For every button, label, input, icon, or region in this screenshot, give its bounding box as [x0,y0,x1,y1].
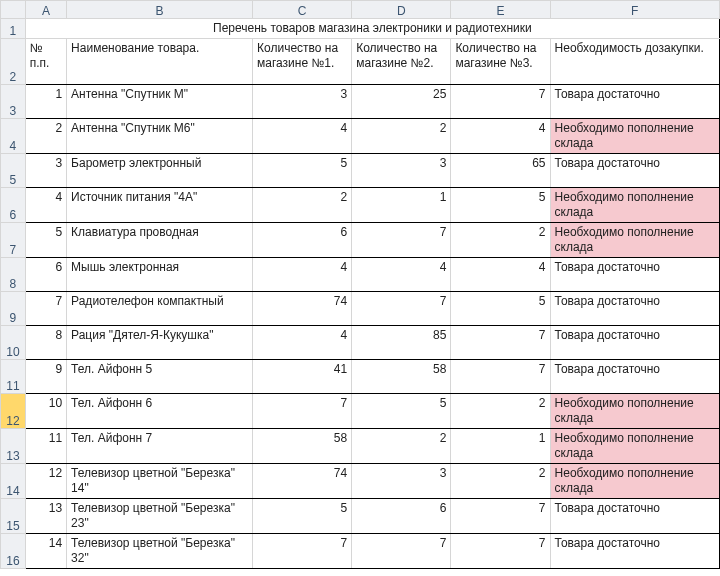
cell-q2[interactable]: 5 [352,394,451,429]
cell-q3[interactable]: 7 [451,85,550,119]
cell-name[interactable]: Антенна "Спутник М" [67,85,253,119]
cell-status[interactable]: Необходимо пополнение склада [550,394,719,429]
cell-n[interactable]: 13 [25,499,66,534]
cell-q3[interactable]: 7 [451,499,550,534]
cell-n[interactable]: 12 [25,464,66,499]
cell-q3[interactable]: 4 [451,258,550,292]
row-header-12[interactable]: 12 [1,394,26,429]
cell-name[interactable]: Источник питания "4А" [67,188,253,223]
row-header-4[interactable]: 4 [1,119,26,154]
cell-status[interactable]: Товара достаточно [550,326,719,360]
row-header-13[interactable]: 13 [1,429,26,464]
spreadsheet-grid[interactable]: ABCDEF1Перечень товаров магазина электро… [0,0,720,569]
cell-n[interactable]: 7 [25,292,66,326]
cell-name[interactable]: Клавиатура проводная [67,223,253,258]
row-header-1[interactable]: 1 [1,19,26,39]
cell-name[interactable]: Антенна "Спутник М6" [67,119,253,154]
cell-q2[interactable]: 4 [352,258,451,292]
cell-q1[interactable]: 7 [253,534,352,569]
cell-q2[interactable]: 7 [352,534,451,569]
cell-q2[interactable]: 2 [352,119,451,154]
cell-q3[interactable]: 7 [451,326,550,360]
cell-q3[interactable]: 4 [451,119,550,154]
row-header-5[interactable]: 5 [1,154,26,188]
header-cell-B[interactable]: Наименование товара. [67,39,253,85]
cell-name[interactable]: Тел. Айфонн 7 [67,429,253,464]
header-cell-D[interactable]: Количество на магазине №2. [352,39,451,85]
cell-q2[interactable]: 3 [352,464,451,499]
column-header-D[interactable]: D [352,1,451,19]
cell-q1[interactable]: 3 [253,85,352,119]
cell-status[interactable]: Необходимо пополнение склада [550,188,719,223]
cell-q2[interactable]: 7 [352,223,451,258]
cell-q1[interactable]: 2 [253,188,352,223]
cell-q1[interactable]: 41 [253,360,352,394]
header-cell-E[interactable]: Количество на магазине №3. [451,39,550,85]
cell-status[interactable]: Необходимо пополнение склада [550,429,719,464]
row-header-10[interactable]: 10 [1,326,26,360]
column-header-B[interactable]: B [67,1,253,19]
cell-name[interactable]: Телевизор цветной "Березка" 23" [67,499,253,534]
row-header-3[interactable]: 3 [1,85,26,119]
column-header-F[interactable]: F [550,1,719,19]
cell-q3[interactable]: 7 [451,360,550,394]
row-header-9[interactable]: 9 [1,292,26,326]
cell-q1[interactable]: 6 [253,223,352,258]
cell-q3[interactable]: 5 [451,188,550,223]
cell-status[interactable]: Необходимо пополнение склада [550,223,719,258]
column-header-A[interactable]: A [25,1,66,19]
cell-q3[interactable]: 2 [451,223,550,258]
cell-q1[interactable]: 5 [253,154,352,188]
cell-status[interactable]: Необходимо пополнение склада [550,119,719,154]
header-cell-A[interactable]: № п.п. [25,39,66,85]
cell-n[interactable]: 1 [25,85,66,119]
cell-status[interactable]: Товара достаточно [550,292,719,326]
cell-q1[interactable]: 4 [253,119,352,154]
cell-n[interactable]: 8 [25,326,66,360]
cell-name[interactable]: Рация "Дятел-Я-Кукушка" [67,326,253,360]
cell-q2[interactable]: 25 [352,85,451,119]
row-header-2[interactable]: 2 [1,39,26,85]
cell-q3[interactable]: 5 [451,292,550,326]
cell-q2[interactable]: 58 [352,360,451,394]
header-cell-F[interactable]: Необходимость дозакупки. [550,39,719,85]
select-all-corner[interactable] [1,1,26,19]
cell-q3[interactable]: 2 [451,464,550,499]
cell-n[interactable]: 14 [25,534,66,569]
cell-status[interactable]: Товара достаточно [550,499,719,534]
row-header-7[interactable]: 7 [1,223,26,258]
column-header-E[interactable]: E [451,1,550,19]
cell-q2[interactable]: 2 [352,429,451,464]
cell-n[interactable]: 6 [25,258,66,292]
cell-status[interactable]: Товара достаточно [550,154,719,188]
cell-q1[interactable]: 74 [253,292,352,326]
cell-q1[interactable]: 74 [253,464,352,499]
row-header-8[interactable]: 8 [1,258,26,292]
row-header-16[interactable]: 16 [1,534,26,569]
cell-name[interactable]: Барометр электронный [67,154,253,188]
cell-q3[interactable]: 65 [451,154,550,188]
cell-q1[interactable]: 4 [253,326,352,360]
cell-n[interactable]: 2 [25,119,66,154]
cell-q2[interactable]: 7 [352,292,451,326]
header-cell-C[interactable]: Количество на магазине №1. [253,39,352,85]
cell-n[interactable]: 3 [25,154,66,188]
cell-status[interactable]: Необходимо пополнение склада [550,464,719,499]
cell-q2[interactable]: 3 [352,154,451,188]
cell-q1[interactable]: 7 [253,394,352,429]
cell-n[interactable]: 5 [25,223,66,258]
cell-name[interactable]: Тел. Айфонн 6 [67,394,253,429]
cell-n[interactable]: 4 [25,188,66,223]
cell-status[interactable]: Товара достаточно [550,258,719,292]
column-header-C[interactable]: C [253,1,352,19]
cell-q1[interactable]: 5 [253,499,352,534]
cell-q3[interactable]: 7 [451,534,550,569]
cell-status[interactable]: Товара достаточно [550,85,719,119]
cell-name[interactable]: Телевизор цветной "Березка" 14" [67,464,253,499]
cell-q2[interactable]: 85 [352,326,451,360]
row-header-15[interactable]: 15 [1,499,26,534]
cell-q1[interactable]: 4 [253,258,352,292]
cell-name[interactable]: Мышь электронная [67,258,253,292]
row-header-14[interactable]: 14 [1,464,26,499]
cell-q1[interactable]: 58 [253,429,352,464]
